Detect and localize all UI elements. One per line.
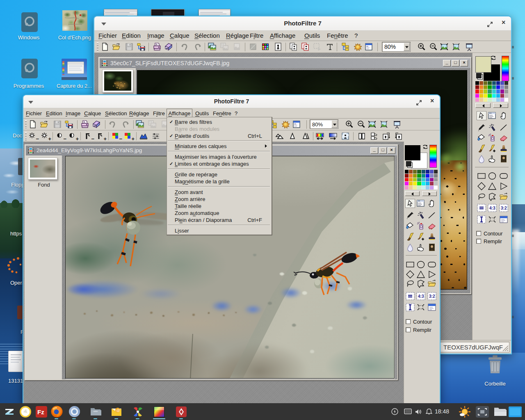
svg-text:3:2: 3:2 bbox=[429, 294, 435, 299]
svg-text:Fz: Fz bbox=[37, 409, 44, 415]
svg-text:4:3: 4:3 bbox=[489, 206, 495, 210]
svg-text:4:3: 4:3 bbox=[418, 294, 424, 299]
svg-text:@: @ bbox=[116, 408, 120, 412]
svg-text:3:2: 3:2 bbox=[501, 206, 507, 210]
